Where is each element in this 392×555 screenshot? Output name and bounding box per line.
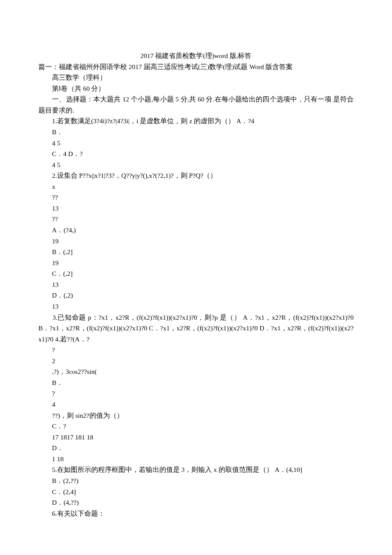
line-21: 13 (38, 301, 354, 312)
line-27: ? (38, 388, 354, 399)
line-38: 6.有关以下命题： (38, 508, 354, 519)
line-24: 2 (38, 356, 354, 367)
line-5: B． (38, 127, 354, 138)
line-10: x (38, 181, 354, 192)
line-26: B． (38, 377, 354, 388)
line-36: C．(2,4] (38, 486, 354, 497)
line-11: ?? (38, 192, 354, 203)
line-14: A．(?4,) (38, 225, 354, 236)
line-25: ,?)，3cos2??sin( (38, 366, 354, 377)
line-28: 4 (38, 399, 354, 410)
line-9: 2.设集合 P??x||x?1|?3?，Q??y|y?(),x?(?2,1)?，… (38, 170, 354, 181)
line-3: 一、选择题：本大题共 12 个小题,每小题 5 分,共 60 分.在每小题给出的… (38, 94, 354, 116)
line-37: D．(4,??) (38, 497, 354, 508)
document-title: 2017 福建省质检数学(理)word 版,标答 (38, 50, 354, 61)
line-35: B．(2,??) (38, 475, 354, 486)
line-2: 第Ⅰ卷（共 60 分） (38, 83, 354, 94)
line-33: 1 18 (38, 454, 354, 465)
line-30: C．? (38, 421, 354, 432)
line-6: 4 5 (38, 138, 354, 149)
document-page: 2017 福建省质检数学(理)word 版,标答 篇一：福建省福州外国语学校 2… (0, 0, 392, 555)
line-29: ??)，则 sin2?的值为（） (38, 410, 354, 421)
line-22: 3.已知命题 p：?x1，x2?R，(f(x2)?f(x1))(x2?x1)?0… (38, 312, 354, 345)
line-15: 19 (38, 236, 354, 247)
line-18: C．(,2] (38, 268, 354, 279)
line-32: D． (38, 442, 354, 454)
line-8: 4 5 (38, 159, 354, 171)
line-13: ?? (38, 214, 354, 225)
line-34: 5.在如图所示的程序框图中，若输出的值是 3，则输入 x 的取值范围是（） A．… (38, 464, 354, 475)
line-23: ? (38, 344, 354, 356)
line-7: C．4 D．? (38, 148, 354, 159)
line-31: 17 1817 181 18 (38, 432, 354, 443)
line-4: 1.若复数满足(3?4i)?z?|4?3i|，i 是虚数单位，则 z 的虚部为（… (38, 116, 354, 127)
line-17: 19 (38, 257, 354, 269)
line-12: 13 (38, 203, 354, 214)
line-16: B．(,2] (38, 246, 354, 257)
line-1: 高三数学（理科） (38, 72, 354, 83)
line-0: 篇一：福建省福州外国语学校 2017 届高三适应性考试(三)数学(理)试题 Wo… (38, 61, 354, 72)
line-19: 13 (38, 279, 354, 290)
line-20: D．(,2) (38, 290, 354, 301)
